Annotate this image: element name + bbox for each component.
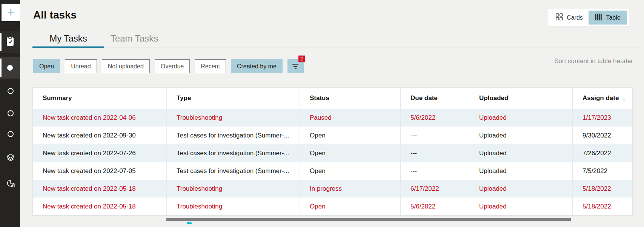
pie-chart-bars-icon: [6, 178, 15, 188]
filter-created-by-me-button[interactable]: Created by me: [231, 59, 283, 73]
table-row[interactable]: New task created on 2022-05-18 Troublesh…: [33, 180, 632, 198]
table-row[interactable]: New task created on 2022-09-30 Test case…: [33, 127, 632, 144]
cell-status: Open: [300, 144, 401, 162]
cell-uploaded: Uploaded: [469, 162, 573, 180]
cards-view-label: Cards: [567, 14, 583, 21]
cards-view-button[interactable]: Cards: [550, 11, 589, 25]
cell-assign-date: 9/30/2022: [573, 127, 632, 144]
sidebar-item-current-view[interactable]: [0, 57, 20, 79]
cell-summary: New task created on 2022-07-26: [33, 144, 167, 162]
column-header-summary[interactable]: Summary: [33, 88, 167, 109]
cell-due-date: ---: [401, 162, 469, 180]
active-tab-underline: [32, 46, 104, 48]
cell-assign-date: 5/18/2022: [573, 198, 632, 215]
cell-type: Test cases for investigation (Summer-...: [167, 127, 300, 144]
plus-icon: [6, 8, 15, 18]
cell-type: Troubleshooting: [167, 109, 300, 127]
more-filters-button[interactable]: 2: [287, 59, 304, 73]
clipboard-check-icon: [6, 36, 15, 48]
cell-due-date: ---: [401, 144, 469, 162]
table-grid-icon: [595, 14, 602, 22]
cell-status: Open: [300, 162, 401, 180]
sidebar-item-circle-1[interactable]: [8, 88, 14, 94]
table-header-row: Summary Type Status Due date Uploaded As…: [33, 88, 632, 109]
cell-summary: New task created on 2022-05-18: [33, 198, 167, 215]
cell-status: Open: [300, 127, 401, 144]
cell-due-date: 6/17/2022: [401, 180, 469, 198]
cell-assign-date: 5/18/2022: [573, 180, 632, 198]
column-header-uploaded[interactable]: Uploaded: [469, 88, 573, 109]
filter-not-uploaded-button[interactable]: Not uploaded: [102, 59, 150, 73]
column-header-due-date[interactable]: Due date: [401, 88, 469, 109]
cell-uploaded: Uploaded: [469, 127, 573, 144]
teal-indicator-sliver: [187, 222, 192, 224]
table-row[interactable]: New task created on 2022-04-06 Troublesh…: [33, 109, 632, 127]
cell-type: Troubleshooting: [167, 180, 300, 198]
cell-uploaded: Uploaded: [469, 198, 573, 215]
cell-due-date: ---: [401, 127, 469, 144]
column-header-status[interactable]: Status: [300, 88, 401, 109]
cell-uploaded: Uploaded: [469, 180, 573, 198]
cell-summary: New task created on 2022-04-06: [33, 109, 167, 127]
view-toggle: Cards Table: [548, 9, 629, 26]
table-view-button[interactable]: Table: [589, 11, 627, 25]
filter-count-badge: 2: [298, 56, 305, 62]
table-row[interactable]: New task created on 2022-05-18 Troublesh…: [33, 198, 632, 215]
cell-status: Open: [300, 198, 401, 215]
cell-assign-date: 7/5/2022: [573, 162, 632, 180]
cell-assign-date: 1/17/2023: [573, 109, 632, 127]
tasks-table: Summary Type Status Due date Uploaded As…: [32, 87, 633, 216]
cell-summary: New task created on 2022-05-18: [33, 180, 167, 198]
filled-dot-icon: [7, 65, 13, 71]
filter-funnel-icon: [292, 64, 298, 69]
cell-status: In progress: [300, 180, 401, 198]
layers-icon: [6, 153, 15, 162]
cell-type: Troubleshooting: [167, 198, 300, 215]
sidebar: [0, 0, 20, 227]
cell-due-date: 5/6/2022: [401, 198, 469, 215]
assign-date-label: Assign date: [583, 94, 619, 102]
tabs-divider: [32, 48, 639, 48]
tab-my-tasks[interactable]: My Tasks: [32, 30, 104, 46]
cell-uploaded: Uploaded: [469, 109, 573, 127]
filter-recent-button[interactable]: Recent: [195, 59, 226, 73]
column-header-type[interactable]: Type: [167, 88, 300, 109]
cell-summary: New task created on 2022-09-30: [33, 127, 167, 144]
sidebar-item-reports[interactable]: [6, 178, 15, 190]
cell-type: Test cases for investigation (Summer-...: [167, 144, 300, 162]
filter-overdue-button[interactable]: Overdue: [155, 59, 190, 73]
sidebar-item-circle-3[interactable]: [8, 131, 14, 137]
cell-uploaded: Uploaded: [469, 144, 573, 162]
sort-descending-icon: ↓: [622, 94, 626, 102]
cell-due-date: 5/6/2022: [401, 109, 469, 127]
filter-unread-button[interactable]: Unread: [65, 59, 97, 73]
filter-bar: Open Unread Not uploaded Overdue Recent …: [33, 59, 304, 73]
sidebar-item-layers[interactable]: [6, 153, 15, 164]
table-row[interactable]: New task created on 2022-07-05 Test case…: [33, 162, 632, 180]
table-view-label: Table: [606, 14, 620, 21]
table-row[interactable]: New task created on 2022-07-26 Test case…: [33, 144, 632, 162]
cell-status: Paused: [300, 109, 401, 127]
sidebar-item-tasks[interactable]: [0, 31, 20, 53]
filter-open-button[interactable]: Open: [33, 59, 60, 73]
column-header-assign-date[interactable]: Assign date ↓: [573, 88, 632, 109]
page-title: All tasks: [33, 9, 77, 21]
sort-hint-text: Sort content in table header: [554, 57, 633, 65]
cell-summary: New task created on 2022-07-05: [33, 162, 167, 180]
new-task-button[interactable]: [2, 4, 20, 21]
horizontal-scrollbar-thumb[interactable]: [166, 218, 571, 221]
tab-team-tasks[interactable]: Team Tasks: [104, 30, 164, 46]
sidebar-item-circle-2[interactable]: [8, 110, 14, 116]
cell-assign-date: 7/26/2022: [573, 144, 632, 162]
cards-grid-icon: [556, 13, 563, 22]
cell-type: Test cases for investigation (Summer-...: [167, 162, 300, 180]
